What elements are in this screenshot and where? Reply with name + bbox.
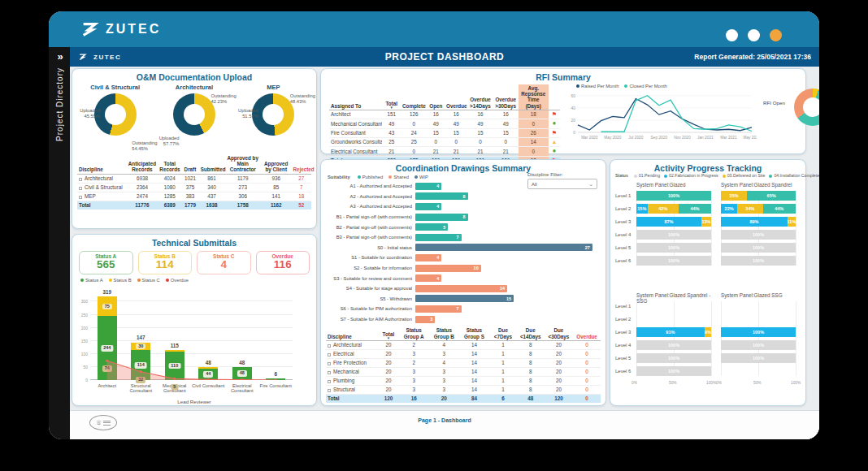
sort-arrow-icon[interactable]: ▼ — [384, 106, 399, 109]
activity-segment-pending[interactable]: 100% — [721, 256, 796, 266]
activity-segment-fab[interactable]: 22% — [721, 204, 737, 214]
expand-icon[interactable] — [328, 362, 331, 365]
suitability-bar[interactable]: 4 — [415, 203, 441, 210]
table-row: Fire Protection20241418200 — [326, 358, 601, 367]
activity-segment-fab[interactable]: 89% — [721, 217, 788, 227]
activity-bar[interactable]: 22%34%44% — [721, 204, 796, 214]
suitability-bar[interactable]: 7 — [415, 234, 462, 241]
suitability-bar[interactable]: 8 — [415, 214, 468, 221]
status-card-status-a[interactable]: Status A565 — [79, 251, 133, 274]
om-donut-chart[interactable] — [252, 93, 294, 136]
om-donut-chart[interactable] — [173, 93, 215, 136]
activity-bar[interactable]: 100% — [721, 353, 796, 363]
legend-item[interactable]: 04.Installation Complete — [769, 173, 819, 178]
suitability-bar[interactable]: 4 — [415, 183, 441, 190]
activity-segment-pending[interactable]: 100% — [636, 256, 711, 266]
legend-item[interactable]: WIP — [414, 175, 428, 179]
activity-segment-fab[interactable]: 15% — [636, 204, 648, 214]
window-control-dot[interactable] — [770, 29, 782, 41]
activity-bar[interactable]: 87%13% — [636, 217, 711, 227]
activity-segment-delivered[interactable]: 42% — [648, 204, 679, 214]
legend-item[interactable]: 03.Delivered on Site — [723, 173, 766, 178]
activity-segment-pending[interactable]: 100% — [636, 340, 711, 350]
legend-item[interactable]: Status A — [80, 278, 103, 283]
activity-segment-pending[interactable]: 100% — [636, 243, 711, 253]
activity-segment-delivered[interactable]: 11% — [788, 217, 796, 227]
activity-bar[interactable]: 100% — [636, 353, 711, 363]
expand-icon[interactable] — [79, 196, 82, 199]
legend-item[interactable]: Status C — [137, 278, 160, 283]
activity-segment-complete[interactable]: 44% — [679, 204, 711, 214]
suitability-bar[interactable]: 14 — [415, 285, 507, 292]
activity-segment-pending[interactable]: 100% — [721, 230, 796, 240]
activity-segment-complete[interactable]: 65% — [747, 191, 796, 201]
activity-segment-pending[interactable]: 100% — [636, 353, 711, 363]
expand-icon[interactable] — [328, 371, 331, 374]
table-cell: Structural — [326, 385, 378, 394]
suitability-bar[interactable]: 27 — [415, 244, 592, 251]
legend-item[interactable]: Shared — [388, 175, 409, 179]
activity-bar[interactable]: 100% — [636, 366, 711, 376]
activity-bar[interactable]: 100% — [636, 230, 711, 240]
legend-item[interactable]: 02.Fabrication in Progress — [664, 173, 718, 178]
activity-segment-pending[interactable]: 100% — [721, 353, 796, 363]
activity-segment-delivered[interactable]: 9% — [705, 327, 711, 337]
suitability-bar[interactable]: 10 — [415, 265, 481, 272]
activity-segment-complete[interactable]: 44% — [763, 204, 796, 214]
activity-segment-pending[interactable]: 100% — [636, 366, 711, 376]
status-card-status-b[interactable]: Status B114 — [138, 251, 193, 274]
suitability-bar[interactable]: 4 — [415, 254, 441, 261]
expand-icon[interactable] — [328, 380, 331, 383]
stacked-bar[interactable] — [266, 378, 285, 380]
activity-bar[interactable]: 89%11% — [721, 217, 796, 227]
activity-bar[interactable]: 100% — [721, 327, 796, 337]
legend-item[interactable]: Published — [358, 175, 383, 179]
activity-segment-fab[interactable]: 100% — [721, 327, 796, 337]
table-cell: 14 — [459, 376, 489, 385]
activity-bar[interactable]: 100% — [721, 340, 796, 350]
activity-segment-pending[interactable]: 100% — [636, 230, 711, 240]
activity-segment-delivered[interactable]: 34% — [737, 204, 762, 214]
legend-item[interactable]: Status B — [109, 278, 132, 283]
activity-segment-pending[interactable]: 100% — [721, 243, 796, 253]
status-a-segment[interactable] — [266, 378, 285, 380]
sidebar-tab-project-directory[interactable]: Project Directory — [55, 67, 64, 141]
activity-bar[interactable]: 15%42%44% — [636, 204, 711, 214]
activity-bar[interactable]: 100% — [636, 340, 711, 350]
activity-segment-fab[interactable]: 91% — [636, 327, 705, 337]
activity-bar[interactable]: 100% — [636, 191, 711, 201]
activity-segment-fab[interactable]: 87% — [636, 217, 701, 227]
om-donut-chart[interactable] — [94, 93, 137, 136]
sort-arrow-icon[interactable]: ▼ — [380, 337, 397, 339]
activity-segment-delivered[interactable]: 35% — [721, 191, 747, 201]
legend-item[interactable]: Overdue — [166, 278, 189, 283]
expand-sidebar-chevron-icon[interactable]: » — [57, 50, 61, 63]
suitability-bar[interactable]: 3 — [415, 316, 435, 323]
activity-bar[interactable]: 100% — [721, 256, 796, 266]
legend-item[interactable]: 01.Pending — [634, 173, 660, 178]
activity-bar[interactable]: 35%65% — [721, 191, 796, 201]
expand-icon[interactable] — [328, 389, 331, 392]
suitability-bar[interactable]: 7 — [415, 305, 462, 313]
activity-bar[interactable]: 100% — [721, 243, 796, 253]
suitability-bar[interactable]: 5 — [415, 223, 448, 231]
window-control-dot[interactable] — [726, 29, 738, 41]
expand-icon[interactable] — [79, 187, 82, 190]
activity-segment-delivered[interactable]: 13% — [701, 217, 711, 227]
status-card-overdue[interactable]: Overdue116 — [256, 251, 310, 274]
expand-icon[interactable] — [79, 178, 82, 181]
suitability-bar[interactable]: 4 — [415, 274, 441, 282]
activity-bar[interactable]: 100% — [721, 230, 796, 240]
expand-icon[interactable] — [328, 353, 331, 356]
activity-segment-pending[interactable]: 100% — [721, 340, 796, 350]
activity-segment-complete[interactable]: 100% — [636, 191, 711, 201]
activity-bar[interactable]: 100% — [636, 243, 711, 253]
window-control-dot[interactable] — [748, 29, 760, 41]
suitability-bar[interactable]: 15 — [415, 295, 514, 302]
rfi-donut-chart[interactable] — [794, 89, 819, 126]
activity-bar[interactable]: 91%9% — [636, 327, 711, 337]
suitability-bar[interactable]: 8 — [415, 192, 468, 200]
expand-icon[interactable] — [328, 344, 331, 348]
status-card-status-c[interactable]: Status C4 — [197, 251, 251, 274]
activity-bar[interactable]: 100% — [636, 256, 711, 266]
